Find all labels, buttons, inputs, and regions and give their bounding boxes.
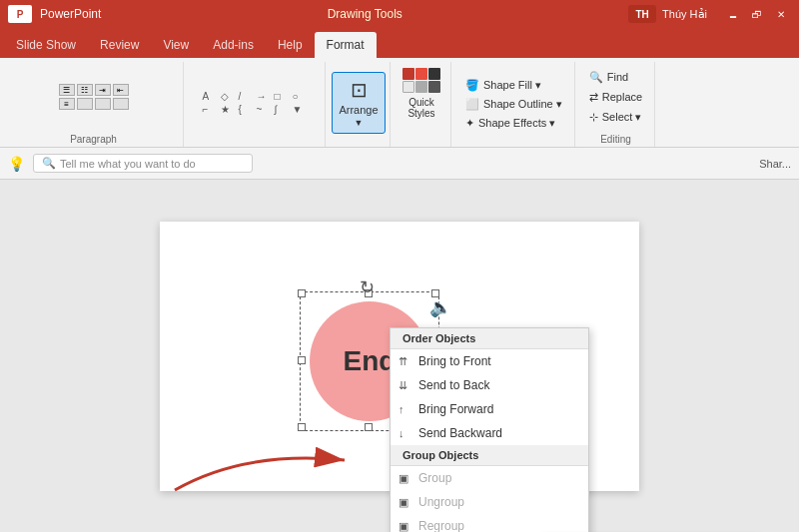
bullet-list-icon[interactable]: ☰ bbox=[59, 84, 75, 96]
ribbon-group-drawing: A ◇ / → □ ○ ⌐ ★ { ~ ∫ ▼ bbox=[186, 62, 326, 147]
shape-effects-button[interactable]: ✦Shape Effects ▾ bbox=[459, 115, 568, 133]
send-to-back-icon: ⇊ bbox=[399, 379, 407, 392]
send-to-back-item[interactable]: ⇊ Send to Back bbox=[391, 373, 588, 397]
replace-button[interactable]: ⇄Replace bbox=[583, 88, 648, 106]
tab-format[interactable]: Format bbox=[315, 32, 377, 58]
curve-icon[interactable]: ~ bbox=[257, 104, 273, 115]
find-button[interactable]: 🔍Find bbox=[583, 68, 648, 86]
title-bar-controls: TH Thúy Hải 🗕 🗗 ✕ bbox=[628, 4, 791, 24]
bracket-icon[interactable]: { bbox=[239, 104, 255, 115]
command-bar: 💡 🔍 Tell me what you want to do Shar... bbox=[0, 148, 799, 180]
connector-icon[interactable]: ⌐ bbox=[203, 104, 219, 115]
arrange-button[interactable]: ⊡ Arrange ▼ bbox=[332, 72, 386, 134]
order-objects-header: Order Objects bbox=[391, 328, 588, 349]
rotate-handle[interactable]: ↻ bbox=[360, 276, 375, 298]
title-bar: P PowerPoint Drawing Tools TH Thúy Hải 🗕… bbox=[0, 0, 799, 28]
shape-outline-button[interactable]: ⬜Shape Outline ▾ bbox=[459, 96, 568, 114]
select-button[interactable]: ⊹Select ▾ bbox=[583, 108, 648, 126]
ribbon-group-arrange: ⊡ Arrange ▼ bbox=[328, 62, 391, 147]
indent-icon[interactable]: ⇥ bbox=[95, 84, 111, 96]
close-button[interactable]: ✕ bbox=[771, 4, 791, 24]
shape-text: End bbox=[344, 345, 397, 377]
ribbon: ☰ ☷ ⇥ ⇤ ≡ Paragraph A ◇ / → □ ○ ⌐ bbox=[0, 58, 799, 148]
user-name: Thúy Hải bbox=[662, 8, 707, 21]
bring-to-front-item[interactable]: ⇈ Bring to Front bbox=[391, 349, 588, 373]
outdent-icon[interactable]: ⇤ bbox=[113, 84, 129, 96]
oval-icon[interactable]: ○ bbox=[293, 91, 309, 102]
align-left-icon[interactable]: ≡ bbox=[59, 98, 75, 110]
align-right-icon[interactable] bbox=[95, 98, 111, 110]
rect-icon[interactable]: □ bbox=[275, 91, 291, 102]
star-icon[interactable]: ★ bbox=[221, 104, 237, 115]
ribbon-group-shape-options: 🪣Shape Fill ▾ ⬜Shape Outline ▾ ✦Shape Ef… bbox=[453, 62, 575, 147]
bring-forward-icon: ↑ bbox=[399, 403, 404, 415]
arrange-dropdown: Order Objects ⇈ Bring to Front ⇊ Send to… bbox=[390, 327, 589, 532]
maximize-button[interactable]: 🗗 bbox=[747, 4, 767, 24]
handle-ml[interactable] bbox=[298, 356, 306, 364]
bring-to-front-icon: ⇈ bbox=[399, 355, 407, 368]
tell-me-search[interactable]: 🔍 Tell me what you want to do bbox=[33, 154, 253, 173]
numbered-list-icon[interactable]: ☷ bbox=[77, 84, 93, 96]
handle-tl[interactable] bbox=[298, 289, 306, 297]
ungroup-item: ▣ Ungroup bbox=[391, 490, 588, 514]
tab-review[interactable]: Review bbox=[88, 32, 151, 58]
ribbon-tabs: Slide Show Review View Add-ins Help Form… bbox=[0, 28, 799, 58]
more-shapes-icon[interactable]: ▼ bbox=[293, 104, 309, 115]
text-box-icon[interactable]: A bbox=[203, 91, 219, 102]
title-bar-left: P PowerPoint bbox=[8, 5, 101, 23]
line-icon[interactable]: / bbox=[239, 91, 255, 102]
drawing-tools-label: Drawing Tools bbox=[328, 7, 402, 21]
handle-bl[interactable] bbox=[298, 423, 306, 431]
tab-help[interactable]: Help bbox=[266, 32, 315, 58]
send-backward-icon: ↓ bbox=[399, 427, 404, 439]
regroup-item: ▣ Regroup bbox=[391, 514, 588, 532]
ribbon-group-paragraph: ☰ ☷ ⇥ ⇤ ≡ Paragraph bbox=[4, 62, 184, 147]
group-item: ▣ Group bbox=[391, 466, 588, 490]
paragraph-group-label: Paragraph bbox=[70, 132, 117, 147]
freeform-icon[interactable]: ∫ bbox=[275, 104, 291, 115]
app-logo: P bbox=[8, 5, 32, 23]
quick-styles-button[interactable]: Quick Styles bbox=[399, 62, 444, 124]
app-title: PowerPoint bbox=[40, 7, 101, 21]
search-icon: 🔍 bbox=[42, 157, 56, 170]
lightbulb-icon: 💡 bbox=[8, 156, 25, 172]
tab-view[interactable]: View bbox=[151, 32, 201, 58]
regroup-icon: ▣ bbox=[399, 520, 408, 533]
tab-add-ins[interactable]: Add-ins bbox=[201, 32, 266, 58]
group-objects-header: Group Objects bbox=[391, 445, 588, 466]
tab-slide-show[interactable]: Slide Show bbox=[4, 32, 88, 58]
speaker-icon[interactable]: 🔈 bbox=[429, 296, 451, 318]
send-backward-item[interactable]: ↓ Send Backward bbox=[391, 421, 588, 445]
minimize-button[interactable]: 🗕 bbox=[723, 4, 743, 24]
shape-fill-button[interactable]: 🪣Shape Fill ▾ bbox=[459, 77, 568, 95]
ribbon-group-editing: 🔍Find ⇄Replace ⊹Select ▾ Editing bbox=[577, 62, 655, 147]
user-avatar[interactable]: TH bbox=[628, 5, 656, 23]
ribbon-group-quick-styles: Quick Styles bbox=[393, 62, 451, 147]
handle-bm[interactable] bbox=[365, 423, 373, 431]
main-content: ↻ End 🔈 Order Objects ⇈ Brin bbox=[0, 180, 799, 532]
bring-forward-item[interactable]: ↑ Bring Forward bbox=[391, 397, 588, 421]
share-button[interactable]: Shar... bbox=[759, 158, 791, 170]
editing-group-label: Editing bbox=[600, 132, 631, 147]
justify-icon[interactable] bbox=[113, 98, 129, 110]
shapes-icon[interactable]: ◇ bbox=[221, 91, 237, 102]
arrow-icon[interactable]: → bbox=[257, 91, 273, 102]
group-icon: ▣ bbox=[399, 472, 408, 485]
align-center-icon[interactable] bbox=[77, 98, 93, 110]
ungroup-icon: ▣ bbox=[399, 496, 408, 509]
